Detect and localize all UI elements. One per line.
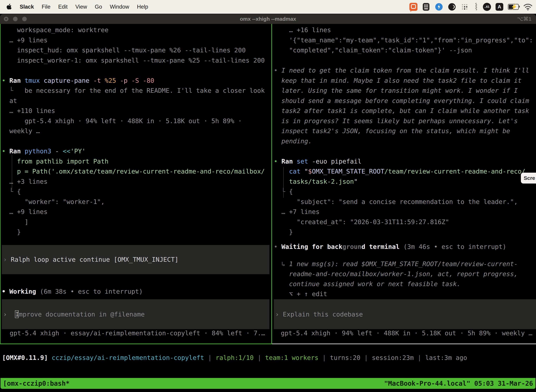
text-segment: | (254, 354, 265, 361)
text-segment: Ran (9, 77, 21, 84)
text-segment: "subject": "send a concise recommendatio… (274, 198, 518, 205)
menu-item-window[interactable]: Window (110, 4, 129, 10)
text-segment: -t (90, 77, 101, 84)
terminal-line: task2 after task1 is complete, but can I… (274, 106, 536, 116)
pie-timer-icon[interactable] (448, 3, 456, 11)
timer-badge-icon[interactable]: ..61 (483, 3, 491, 11)
text-segment: • (274, 243, 281, 250)
window-shortcut-badge: ⌥⌘1 (517, 14, 531, 24)
keypad-icon[interactable] (422, 3, 430, 11)
terminal-line: [OMX#0.11.9] cczip/essay/ai-reimplementa… (2, 353, 467, 363)
terminal-line: continue assigned work or next feasible … (274, 279, 518, 289)
wifi-icon[interactable] (523, 3, 532, 10)
text-segment: | (318, 354, 330, 361)
text-segment: } (2, 228, 21, 236)
text-segment: be necessary for the end of the README. … (25, 87, 265, 94)
pane-left: workspace_mode: worktree … +9 lines insp… (0, 24, 271, 344)
menu-item-help[interactable]: Help (137, 4, 148, 10)
text-segment: groun (342, 243, 361, 250)
text-segment: 'PY' (70, 148, 86, 155)
terminal-line: • Ran python3 - <<'PY' (2, 146, 271, 156)
text-segment: -S (128, 77, 139, 84)
text-segment: tmux (21, 77, 40, 84)
terminal-line: … +7 lines (274, 207, 536, 217)
pane-border-bottom-left (0, 344, 272, 344)
menu-item-go[interactable]: Go (95, 4, 102, 10)
text-segment: } (274, 228, 293, 236)
squiggle-icon[interactable] (473, 2, 478, 11)
terminal-line (274, 55, 536, 65)
terminal-line: › Ralph loop active continue [OMX_TMUX_I… (3, 254, 178, 265)
text-segment: › (3, 256, 11, 263)
text-segment: … +7 lines (274, 208, 320, 215)
text-segment: keep that in mind. Maybe I also need the… (274, 77, 522, 84)
terminal-line: … +16 lines (274, 25, 536, 35)
text-segment: • (274, 158, 281, 165)
terminal-line: … +9 lines (2, 207, 271, 217)
menu-item-file[interactable]: File (42, 4, 50, 10)
terminal-line: … +110 lines (2, 106, 271, 116)
terminal-line: • Working (6m 38s • esc to interrupt) (2, 286, 143, 296)
text-segment: task2 after task1 is complete, but can I… (274, 107, 529, 114)
pane-divider[interactable] (271, 24, 272, 344)
terminal-line: └ { (2, 187, 271, 197)
text-segment: set (293, 158, 308, 165)
close-button[interactable] (4, 17, 9, 21)
text-segment: continue assigned work or next feasible … (274, 280, 460, 288)
text-segment: └ (2, 87, 25, 94)
text-segment: << (59, 148, 70, 155)
text-segment: ↳ (274, 260, 289, 267)
text-segment: inspect_hud: omx sparkshell --tmux-pane … (2, 47, 246, 54)
prompt-input-left[interactable]: › Improve documentation in @filename (2, 299, 269, 329)
menu-item-edit[interactable]: Edit (58, 4, 67, 10)
menu-item-view[interactable]: View (75, 4, 87, 10)
text-segment: from pathlib import Path (2, 158, 109, 165)
apple-menu-icon[interactable] (7, 4, 12, 10)
screen-tooltip: Scre (521, 173, 536, 183)
terminal-line: p = Path('.omx/state/team/review-current… (2, 166, 271, 177)
terminal-line (2, 136, 271, 146)
text-segment: -p (116, 77, 128, 84)
tmux-session-window[interactable]: [omx-cczip0:bash* (3, 380, 70, 387)
zoom-button[interactable] (22, 17, 27, 21)
prompt-input-right[interactable]: › Explain this codebase (274, 299, 536, 329)
text-segment: └ (2, 188, 17, 195)
terminal-line: gpt-5.4 xhigh · 94% left · 488K in · 5.1… (2, 116, 271, 126)
terminal-line: ] (2, 217, 271, 227)
text-segment: ] (2, 218, 29, 225)
grid-dots-icon[interactable] (461, 3, 469, 11)
verified-badge-icon[interactable] (435, 3, 443, 11)
text-segment: pending. (274, 138, 312, 145)
text-segment: session:23m (372, 354, 414, 361)
text-segment: { (17, 188, 21, 195)
text-segment: d terminal (362, 243, 400, 250)
prompt-placeholder: Explain this codebase (283, 311, 363, 318)
text-segment: " (301, 168, 308, 175)
terminal-line: ⌥ + ↑ edit (274, 289, 518, 299)
menu-item-slack[interactable]: Slack (20, 4, 34, 10)
pane-left-output: workspace_mode: worktree … +9 lines insp… (0, 24, 271, 237)
text-segment: (6m 38s • esc to interrupt) (36, 288, 143, 295)
text-segment: … +9 lines (2, 208, 48, 215)
prompt-placeholder: mprove documentation in @filename (19, 311, 144, 318)
screen-share-icon[interactable] (409, 3, 417, 11)
minimize-button[interactable] (13, 17, 18, 21)
text-segment: • Working (2, 288, 36, 295)
text-segment: readme-and-reco/mailbox/worker-1.json, a… (274, 270, 518, 277)
terminal-line: "completed","claim_token":"claim-token"}… (274, 45, 536, 55)
text-segment: inspect_worker-1: omx sparkshell --tmux-… (2, 57, 265, 64)
working-status: • Working (6m 38s • esc to interrupt) (2, 286, 143, 296)
pane-right-output: … +16 lines '{"team_name":"my-team","tas… (272, 24, 536, 237)
text-segment: Ran (9, 148, 21, 155)
battery-charging-icon[interactable]: ⚡ (508, 4, 519, 10)
terminal-line: … +3 lines (2, 177, 271, 187)
text-segment: python3 (21, 148, 51, 155)
a-app-icon[interactable]: A (496, 3, 503, 11)
code-block-guide (12, 155, 12, 190)
menu-bar: SlackFileEditViewGoWindowHelp ..61 A ⚡ (0, 0, 536, 14)
text-segment: tasks/task-2.json (274, 178, 354, 185)
text-segment: turns:20 (330, 354, 360, 361)
terminal-line: ↳ 1 new msg(s): read $OMX_TEAM_STATE_ROO… (274, 259, 518, 269)
terminal-line: } (2, 227, 271, 237)
prompt-arrow: › (3, 311, 11, 318)
